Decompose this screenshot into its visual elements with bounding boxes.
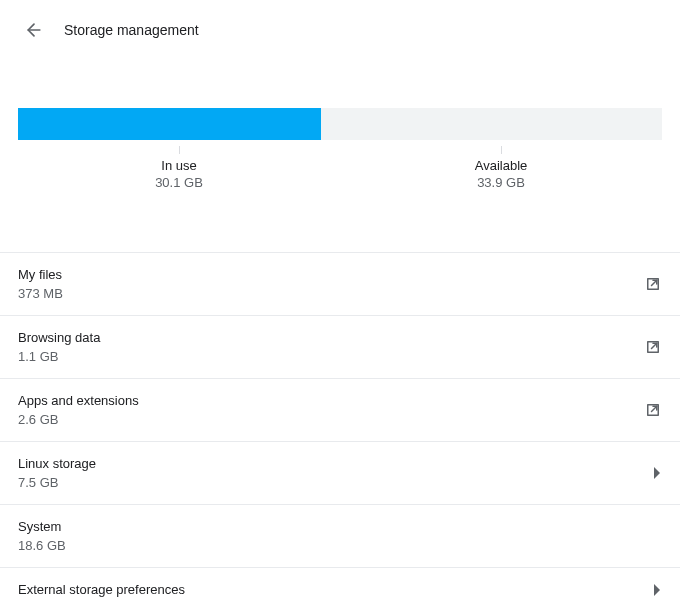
list-item-text: External storage preferences: [18, 582, 185, 597]
list-item-sub: 1.1 GB: [18, 349, 100, 364]
storage-bar: [18, 108, 662, 140]
open-external-icon: [644, 401, 662, 419]
storage-stats: In use 30.1 GB Available 33.9 GB: [18, 144, 662, 190]
chevron-right-icon: [654, 584, 662, 596]
open-external-icon: [644, 275, 662, 293]
stat-in-use: In use 30.1 GB: [18, 144, 340, 190]
list-item-text: Apps and extensions2.6 GB: [18, 393, 139, 427]
storage-bar-section: In use 30.1 GB Available 33.9 GB: [0, 108, 680, 190]
stat-available: Available 33.9 GB: [340, 144, 662, 190]
list-item-sub: 18.6 GB: [18, 538, 66, 553]
list-item-sub: 2.6 GB: [18, 412, 139, 427]
arrow-left-icon: [24, 20, 44, 40]
storage-bar-used: [18, 108, 321, 140]
storage-list: My files373 MBBrowsing data1.1 GBApps an…: [0, 252, 680, 603]
list-item-sub: 7.5 GB: [18, 475, 96, 490]
list-item[interactable]: Apps and extensions2.6 GB: [0, 379, 680, 442]
list-item-sub: 373 MB: [18, 286, 63, 301]
stat-value: 33.9 GB: [340, 175, 662, 190]
list-item[interactable]: Linux storage7.5 GB: [0, 442, 680, 505]
list-item-text: My files373 MB: [18, 267, 63, 301]
open-external-icon: [644, 338, 662, 356]
list-item-title: Browsing data: [18, 330, 100, 345]
list-item[interactable]: My files373 MB: [0, 253, 680, 316]
stat-value: 30.1 GB: [18, 175, 340, 190]
list-item-title: System: [18, 519, 66, 534]
list-item[interactable]: Browsing data1.1 GB: [0, 316, 680, 379]
list-item-title: External storage preferences: [18, 582, 185, 597]
list-item: System18.6 GB: [0, 505, 680, 568]
chevron-right-icon: [654, 467, 662, 479]
list-item-title: Linux storage: [18, 456, 96, 471]
list-item-title: Apps and extensions: [18, 393, 139, 408]
back-button[interactable]: [18, 14, 50, 46]
list-item[interactable]: External storage preferences: [0, 568, 680, 603]
stat-label: Available: [340, 158, 662, 173]
page-title: Storage management: [64, 22, 199, 38]
list-item-text: Browsing data1.1 GB: [18, 330, 100, 364]
stat-label: In use: [18, 158, 340, 173]
list-item-text: System18.6 GB: [18, 519, 66, 553]
page-header: Storage management: [0, 0, 680, 60]
list-item-text: Linux storage7.5 GB: [18, 456, 96, 490]
list-item-title: My files: [18, 267, 63, 282]
